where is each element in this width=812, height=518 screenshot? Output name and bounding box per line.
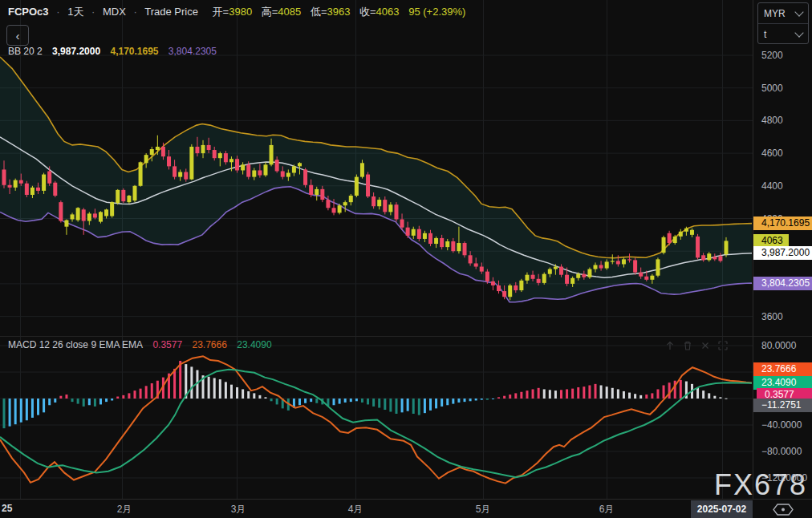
maximize-pane-icon[interactable] (717, 340, 729, 351)
axis-corner (753, 500, 812, 518)
chart-canvas[interactable] (0, 0, 753, 499)
price-tick-label: 4400 (761, 180, 783, 192)
high-value: 4085 (278, 6, 301, 18)
symbol-header: FCPOc3 · 1天 · MDX · Trade Price 开=3980 高… (8, 5, 465, 19)
price-tick-label: 5000 (761, 82, 783, 95)
exchange-label: MDX (103, 6, 126, 18)
bb-indicator-header[interactable]: BB 20 2 3,987.2000 4,170.1695 3,804.2305 (8, 46, 224, 57)
currency-dropdown[interactable]: MYR (758, 3, 808, 23)
chevron-down-icon (794, 7, 803, 16)
year-tick-label: 25 (2, 503, 12, 514)
macd-tick-label: −40.0000 (761, 419, 802, 431)
open-value: 3980 (229, 6, 252, 18)
price-tick-label: 5200 (761, 49, 783, 62)
back-button[interactable]: ‹ (6, 25, 29, 46)
price-tick-label: 3600 (761, 310, 783, 323)
low-value: 3963 (327, 6, 350, 18)
low-key: 低= (311, 6, 327, 18)
open-key: 开= (213, 6, 229, 18)
price-axis[interactable]: MYR t 5200500048004600440042004000380036… (753, 0, 812, 499)
month-tick-label: 5月 (476, 503, 491, 516)
move-pane-up-icon[interactable] (664, 340, 676, 351)
close-key: 收= (359, 6, 376, 18)
symbol-name[interactable]: FCPOc3 (8, 6, 49, 18)
price-value-label: 3,987.2000 (753, 246, 812, 260)
currency-label: MYR (764, 8, 786, 19)
time-axis[interactable]: 25 2025-07-02 2月3月4月5月6月 (0, 499, 812, 518)
separator-dot: · (91, 6, 95, 18)
change-value: 95 (+2.39%) (408, 6, 465, 18)
close-value: 4063 (376, 6, 400, 18)
month-tick-label: 3月 (231, 503, 246, 516)
price-tick-label: 4600 (761, 147, 783, 160)
macd-hist-value: 0.3577 (152, 339, 182, 350)
ohlc-values: 开=3980 高=4085 低=3963 收=4063 (213, 6, 403, 18)
unit-dropdown[interactable]: t (758, 23, 808, 44)
macd-line-value: 23.7666 (192, 339, 226, 350)
axis-settings-hexagon-icon[interactable] (773, 503, 794, 516)
macd-tick-label: −120.0000 (761, 471, 807, 484)
month-tick-label: 2月 (117, 503, 132, 516)
unit-label: t (764, 29, 766, 40)
price-value-label: 4,170.1695 (753, 217, 812, 230)
macd-tick-label: 80.0000 (761, 339, 796, 352)
separator-dot: · (134, 6, 137, 18)
back-chevron-icon: ‹ (16, 29, 20, 42)
axis-unit-selector: MYR t (757, 2, 809, 44)
bb-upper-value: 4,170.1695 (110, 46, 158, 57)
month-tick-label: 6月 (599, 503, 615, 516)
month-tick-label: 4月 (348, 503, 363, 516)
macd-signal-value: 23.4090 (237, 339, 271, 350)
close-pane-icon[interactable] (700, 340, 711, 351)
series-type-label: Trade Price (144, 6, 198, 18)
macd-tick-label: −80.0000 (761, 445, 802, 458)
chevron-down-icon (794, 28, 803, 37)
delete-pane-icon[interactable] (682, 340, 693, 351)
bb-basis-value: 3,987.2000 (52, 46, 100, 57)
current-date-badge: 2025-07-02 (691, 500, 753, 518)
macd-value-label: −11.2751 (753, 399, 812, 412)
bb-lower-value: 3,804.2305 (168, 46, 217, 57)
pane-separator[interactable] (0, 336, 812, 337)
price-tick-label: 4800 (761, 114, 783, 127)
macd-title: MACD 12 26 close 9 EMA EMA (8, 339, 143, 350)
high-key: 高= (262, 6, 278, 18)
price-value-label: 3,804.2305 (753, 277, 812, 290)
pane-controls (664, 340, 729, 351)
trading-chart-app: FX678 FCPOc3 · 1天 · MDX · Trade Price 开=… (0, 0, 812, 518)
separator-dot: · (56, 6, 59, 18)
bb-title: BB 20 2 (8, 46, 43, 57)
macd-value-label: 23.7666 (753, 362, 812, 376)
macd-indicator-header[interactable]: MACD 12 26 close 9 EMA EMA 0.3577 23.766… (8, 339, 279, 350)
interval-label[interactable]: 1天 (67, 6, 83, 18)
